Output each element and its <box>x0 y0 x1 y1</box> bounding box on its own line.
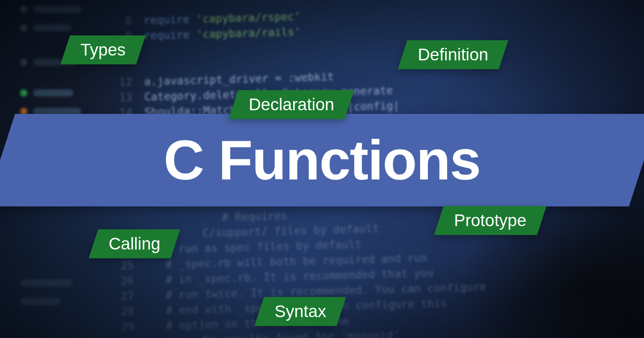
tag-types: Types <box>60 35 145 64</box>
tag-label: Calling <box>109 234 160 254</box>
tag-label: Definition <box>418 45 488 64</box>
main-banner: C Functions <box>0 114 644 206</box>
tag-label: Declaration <box>249 95 334 114</box>
tag-label: Prototype <box>454 211 526 230</box>
main-title: C Functions <box>164 128 481 193</box>
tag-prototype: Prototype <box>434 206 546 235</box>
tag-label: Types <box>80 40 126 60</box>
tag-label: Syntax <box>275 302 326 321</box>
tag-syntax: Syntax <box>254 297 346 326</box>
tag-definition: Definition <box>398 40 508 69</box>
tag-calling: Calling <box>89 229 180 258</box>
tag-declaration: Declaration <box>229 90 354 119</box>
